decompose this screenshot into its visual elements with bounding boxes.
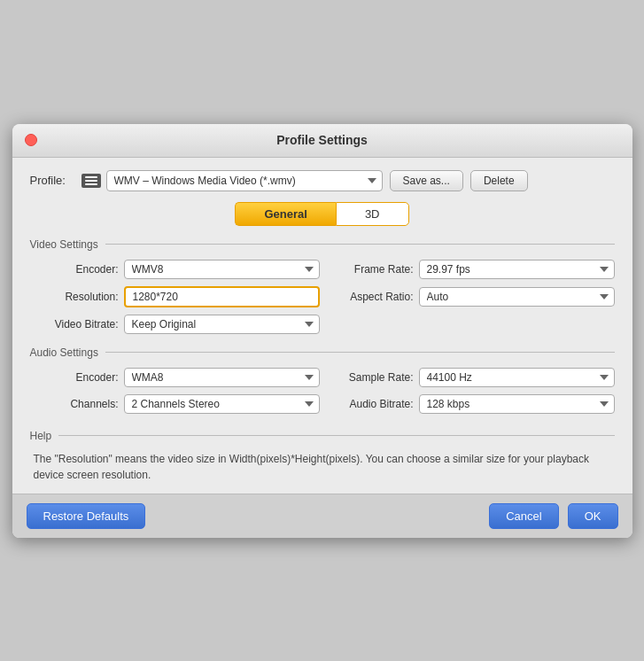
audio-settings-header: Audio Settings bbox=[30, 346, 615, 359]
channels-row: Channels: 2 Channels Stereo1 Channel Mon… bbox=[39, 394, 320, 414]
help-header: Help bbox=[30, 430, 615, 442]
audio-encoder-row: Encoder: WMA8WMA9AACMP3 bbox=[39, 368, 320, 387]
sample-rate-label: Sample Rate: bbox=[334, 371, 414, 384]
icon-lines bbox=[85, 176, 97, 185]
save-as-button[interactable]: Save as... bbox=[390, 170, 463, 191]
frame-rate-row: Frame Rate: 29.97 fps25 fps30 fps60 fps bbox=[334, 260, 615, 279]
audio-bitrate-label: Audio Bitrate: bbox=[334, 398, 414, 410]
help-section: Help The "Resolution" means the video si… bbox=[30, 430, 615, 483]
profile-settings-window: Profile Settings Profile: WMV – Windows … bbox=[12, 124, 632, 538]
tab-general[interactable]: General bbox=[235, 202, 335, 226]
audio-bitrate-select[interactable]: 128 kbps64 kbps192 kbps256 kbps320 kbps bbox=[419, 394, 615, 414]
channels-select[interactable]: 2 Channels Stereo1 Channel Mono5.1 Surro… bbox=[124, 394, 320, 414]
aspect-ratio-row: Aspect Ratio: Auto16:94:31:1 bbox=[334, 286, 615, 307]
help-divider bbox=[58, 435, 614, 436]
tab-bar: General 3D bbox=[30, 202, 615, 226]
sample-rate-select[interactable]: 44100 Hz22050 Hz48000 Hz bbox=[419, 368, 615, 387]
restore-defaults-button[interactable]: Restore Defaults bbox=[27, 503, 146, 529]
frame-rate-label: Frame Rate: bbox=[334, 263, 414, 276]
icon-line-3 bbox=[85, 183, 97, 185]
channels-label: Channels: bbox=[39, 398, 119, 410]
frame-rate-select[interactable]: 29.97 fps25 fps30 fps60 fps bbox=[419, 260, 615, 279]
video-settings-title: Video Settings bbox=[30, 238, 98, 251]
icon-line-1 bbox=[85, 176, 97, 178]
wmv-icon bbox=[81, 174, 101, 188]
profile-select[interactable]: WMV – Windows Media Video (*.wmv)MP4 – M… bbox=[106, 170, 383, 191]
encoder-row: Encoder: WMV8WMV9H.264 bbox=[39, 260, 320, 279]
video-bitrate-label: Video Bitrate: bbox=[39, 318, 119, 330]
profile-label: Profile: bbox=[30, 174, 74, 187]
footer: Restore Defaults Cancel OK bbox=[12, 494, 632, 538]
encoder-label: Encoder: bbox=[39, 263, 119, 276]
aspect-ratio-label: Aspect Ratio: bbox=[334, 291, 414, 303]
audio-encoder-label: Encoder: bbox=[39, 371, 119, 384]
audio-bitrate-row: Audio Bitrate: 128 kbps64 kbps192 kbps25… bbox=[334, 394, 615, 414]
window-title: Profile Settings bbox=[276, 133, 368, 147]
footer-right-buttons: Cancel OK bbox=[489, 503, 617, 529]
video-settings-grid: Encoder: WMV8WMV9H.264 Frame Rate: 29.97… bbox=[30, 260, 615, 334]
audio-section-divider bbox=[105, 352, 615, 353]
video-encoder-select[interactable]: WMV8WMV9H.264 bbox=[124, 260, 320, 279]
audio-encoder-select[interactable]: WMA8WMA9AACMP3 bbox=[124, 368, 320, 387]
video-settings-header: Video Settings bbox=[30, 238, 615, 251]
aspect-ratio-select[interactable]: Auto16:94:31:1 bbox=[419, 287, 615, 307]
video-bitrate-row: Video Bitrate: Keep Original512 kbps1 Mb… bbox=[39, 315, 320, 334]
audio-settings-title: Audio Settings bbox=[30, 346, 98, 359]
resolution-input[interactable] bbox=[124, 286, 320, 307]
icon-line-2 bbox=[85, 180, 97, 182]
video-section-divider bbox=[105, 244, 615, 245]
audio-settings-section: Audio Settings Encoder: WMA8WMA9AACMP3 S… bbox=[30, 346, 615, 414]
titlebar: Profile Settings bbox=[12, 124, 632, 158]
tab-3d[interactable]: 3D bbox=[336, 202, 409, 226]
video-settings-section: Video Settings Encoder: WMV8WMV9H.264 Fr… bbox=[30, 238, 615, 334]
sample-rate-row: Sample Rate: 44100 Hz22050 Hz48000 Hz bbox=[334, 368, 615, 387]
audio-settings-grid: Encoder: WMA8WMA9AACMP3 Sample Rate: 441… bbox=[30, 368, 615, 414]
help-text: The "Resolution" means the video size in… bbox=[30, 451, 615, 483]
content-area: Profile: WMV – Windows Media Video (*.wm… bbox=[12, 158, 632, 494]
resolution-label: Resolution: bbox=[39, 291, 119, 303]
cancel-button[interactable]: Cancel bbox=[489, 503, 558, 529]
help-title: Help bbox=[30, 430, 52, 442]
ok-button[interactable]: OK bbox=[568, 503, 618, 529]
close-button[interactable] bbox=[25, 134, 37, 146]
delete-button[interactable]: Delete bbox=[470, 170, 528, 191]
profile-select-wrapper: WMV – Windows Media Video (*.wmv)MP4 – M… bbox=[81, 170, 383, 191]
profile-row: Profile: WMV – Windows Media Video (*.wm… bbox=[30, 170, 615, 191]
resolution-row: Resolution: bbox=[39, 286, 320, 307]
video-bitrate-select[interactable]: Keep Original512 kbps1 Mbps2 Mbps4 Mbps bbox=[124, 315, 320, 334]
